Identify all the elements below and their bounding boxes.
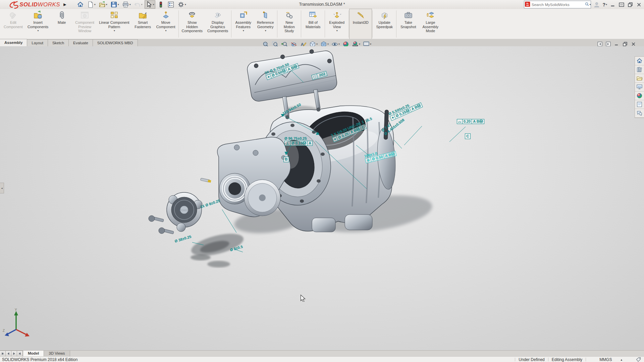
svg-text:POWER: POWER <box>180 209 189 212</box>
tab-evaluate[interactable]: Evaluate <box>68 39 93 46</box>
nav-prev-button[interactable] <box>5 351 11 357</box>
transmission-exploded-model[interactable]: POWER Y <box>0 46 644 350</box>
end-cap[interactable]: POWER <box>149 192 202 234</box>
tab-sketch[interactable]: Sketch <box>48 39 69 46</box>
ribbon-label: Linear Component Pattern <box>99 20 129 29</box>
ribbon-label: Update Speedpak <box>376 20 393 29</box>
view-orientation-dropdown-icon[interactable]: ▾ <box>316 43 318 46</box>
user-account-icon[interactable] <box>594 2 600 8</box>
home-button[interactable] <box>76 0 85 9</box>
new-document-button[interactable]: ▾ <box>86 0 97 9</box>
ribbon-smart-fasteners-button[interactable]: Smart Fasteners <box>132 9 154 39</box>
appearances-scenes-icon <box>636 93 643 99</box>
search-dropdown-icon[interactable]: ▾ <box>589 3 591 6</box>
ribbon-display-graphics-components-button[interactable]: Display Graphics Components <box>205 9 230 39</box>
ribbon-show-hidden-components-button[interactable]: Show Hidden Components <box>179 9 205 39</box>
exploded-view-dropdown-icon[interactable]: ▾ <box>336 29 338 32</box>
tab-solidworks-mbd[interactable]: SOLIDWORKS MBD <box>93 39 138 46</box>
taskpane-custom-properties-tab[interactable] <box>635 100 644 109</box>
ribbon-assembly-features-button[interactable]: Assembly Features▾ <box>232 9 254 39</box>
undo-dropdown-icon[interactable]: ▾ <box>141 3 143 6</box>
mysolidworks-search[interactable]: MySW ▾ <box>524 1 591 8</box>
ribbon-new-motion-study-button[interactable]: New Motion Study <box>278 9 300 39</box>
view-palette-icon <box>636 84 643 90</box>
hide-show-items-dropdown-icon[interactable]: ▾ <box>338 43 340 46</box>
nav-next-button[interactable] <box>11 351 17 357</box>
ribbon-move-component-button[interactable]: Move Component▾ <box>154 9 178 39</box>
search-input[interactable] <box>530 3 585 7</box>
ribbon-bill-of-materials-button[interactable]: Bill of Materials <box>302 9 324 39</box>
reference-geometry-dropdown-icon[interactable]: ▾ <box>265 29 266 32</box>
open-button[interactable]: ▾ <box>98 0 108 9</box>
win-close-button[interactable] <box>631 41 636 47</box>
taskpane-forum-tab[interactable] <box>635 109 644 118</box>
sheet-tab-model[interactable]: Model <box>23 351 44 357</box>
ribbon-take-snapshot-button[interactable]: Take Snapshot <box>397 9 419 39</box>
tags-icon[interactable] <box>636 357 641 362</box>
pane-left-button[interactable] <box>597 41 603 47</box>
tab-assembly[interactable]: Assembly <box>0 39 27 46</box>
new-document-dropdown-icon[interactable]: ▾ <box>94 3 96 6</box>
ribbon-exploded-view-button[interactable]: Exploded View▾ <box>326 9 348 39</box>
win-min-button[interactable] <box>614 41 620 47</box>
insert-components-dropdown-icon[interactable]: ▾ <box>38 29 39 32</box>
open-icon <box>99 1 106 8</box>
unit-system-selector[interactable]: MMGS ▴ <box>599 357 622 362</box>
rebuild-button[interactable] <box>156 0 165 9</box>
taskpane-appearances-scenes-tab[interactable] <box>635 92 644 100</box>
taskpane-file-explorer-tab[interactable] <box>635 74 644 83</box>
close-button[interactable] <box>636 2 642 8</box>
ribbon-mate-button[interactable]: Mate <box>51 9 73 39</box>
gear-cover[interactable] <box>200 137 290 217</box>
open-dropdown-icon[interactable]: ▾ <box>106 3 107 6</box>
edition-label: SOLIDWORKS Premium 2018 x64 Edition <box>2 357 77 362</box>
mate-icon <box>57 11 66 20</box>
forum-icon <box>636 110 643 116</box>
nav-last-button[interactable] <box>17 351 23 357</box>
restore-button[interactable] <box>627 2 633 8</box>
pane-right-button[interactable] <box>605 41 611 47</box>
feature-pane-collapse-arrow[interactable]: ◂ <box>0 183 4 193</box>
update-speedpak-icon <box>380 11 389 20</box>
taskpane-view-palette-tab[interactable] <box>635 83 644 92</box>
assembly-features-dropdown-icon[interactable]: ▾ <box>243 29 244 32</box>
ribbon-instant3d-button[interactable]: Instant3D <box>350 9 372 39</box>
tab-layout[interactable]: Layout <box>27 39 48 46</box>
print-dropdown-icon[interactable]: ▾ <box>129 3 131 6</box>
sheet-tab-3d-views[interactable]: 3D Views <box>44 351 70 357</box>
units-label: MMGS <box>599 357 612 362</box>
search-icon[interactable] <box>585 2 589 7</box>
save-button[interactable]: ▾ <box>109 0 120 9</box>
taskpane-design-library-tab[interactable] <box>635 65 644 74</box>
options-button[interactable]: ▾ <box>176 0 187 9</box>
ribbon-reference-geometry-button[interactable]: Reference Geometry▾ <box>254 9 276 39</box>
ribbon-insert-components-button[interactable]: Insert Components▾ <box>25 9 51 39</box>
ribbon-update-speedpak-button[interactable]: Update Speedpak <box>373 9 395 39</box>
ribbon-linear-component-pattern-button[interactable]: Linear Component Pattern▾ <box>97 9 132 39</box>
select-button[interactable]: ▾ <box>145 0 155 9</box>
ribbon-label: Reference Geometry <box>257 20 274 29</box>
help-button[interactable]: ?▾ <box>602 2 607 7</box>
apply-scene-dropdown-icon[interactable]: ▾ <box>359 43 360 46</box>
ribbon-label: Large Assembly Mode <box>422 20 438 33</box>
minimize-button[interactable] <box>610 2 616 8</box>
nav-first-button[interactable] <box>0 351 6 357</box>
span-displays-button[interactable] <box>619 2 625 8</box>
view-settings-dropdown-icon[interactable]: ▾ <box>370 43 371 46</box>
ribbon-large-assembly-mode-button[interactable]: Large Assembly Mode <box>419 9 441 39</box>
win-restore-button[interactable] <box>622 41 628 47</box>
new-document-icon <box>87 1 94 8</box>
linear-component-pattern-dropdown-icon[interactable]: ▾ <box>114 29 115 32</box>
print-button[interactable]: ▾ <box>121 0 132 9</box>
options-dropdown-icon[interactable]: ▾ <box>185 3 186 6</box>
display-style-dropdown-icon[interactable]: ▾ <box>327 43 329 46</box>
save-dropdown-icon[interactable]: ▾ <box>118 3 119 6</box>
design-library-icon <box>636 66 643 73</box>
select-dropdown-icon[interactable]: ▾ <box>153 3 154 6</box>
menu-flyout-arrow[interactable]: ▶ <box>63 2 66 7</box>
select-icon <box>146 1 153 8</box>
move-component-dropdown-icon[interactable]: ▾ <box>165 29 167 32</box>
file-properties-button[interactable] <box>166 0 175 9</box>
orientation-triad: Y Z <box>3 308 30 337</box>
taskpane-home-tab[interactable] <box>635 57 644 65</box>
